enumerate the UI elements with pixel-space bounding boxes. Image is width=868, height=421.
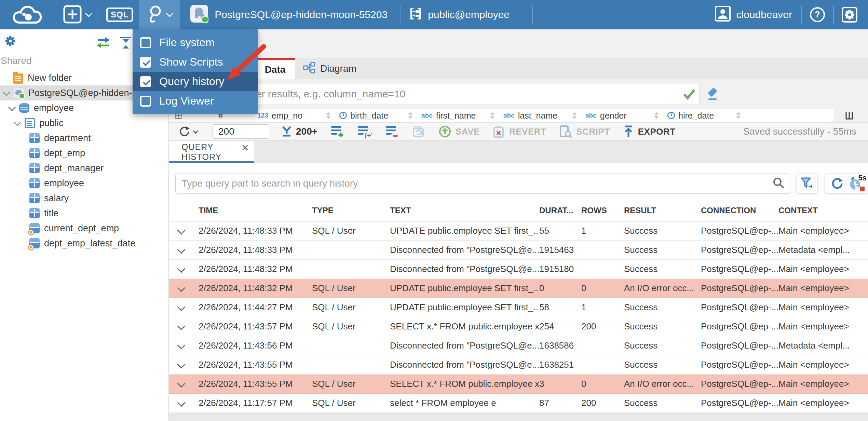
grid-column-header[interactable]: first_name (417, 109, 499, 122)
expand-chevron-icon[interactable] (177, 323, 186, 331)
tree-item[interactable]: title (0, 206, 168, 221)
tools-menu-item[interactable]: File system (133, 33, 258, 52)
sort-icon[interactable] (736, 112, 741, 119)
expand-chevron-icon[interactable] (177, 265, 186, 273)
navigator-settings-icon[interactable] (3, 34, 17, 49)
expand-chevron-icon[interactable] (177, 361, 186, 369)
checkbox[interactable] (140, 37, 151, 48)
script-label: SCRIPT (576, 126, 610, 137)
query-history-row[interactable]: 2/26/2024, 11:48:32 PM SQL / User UPDATE… (169, 279, 868, 298)
query-history-row[interactable]: 2/26/2024, 11:48:33 PM Disconnected from… (169, 241, 868, 260)
column-label: hire_date (678, 111, 714, 121)
sql-editor-button[interactable]: SQL (106, 8, 133, 22)
expand-chevron-icon[interactable] (177, 246, 186, 254)
refresh-button[interactable] (178, 125, 198, 138)
expand-chevron-icon[interactable] (13, 119, 22, 127)
sort-icon[interactable] (572, 112, 577, 119)
tab-query-history[interactable]: QUERY HISTORY (169, 141, 254, 163)
qh-column-header[interactable]: DURAT... (539, 206, 581, 215)
grid-column-header[interactable]: emp_no (253, 109, 335, 122)
qh-column-header[interactable]: CONTEXT (778, 206, 868, 215)
query-history-row[interactable]: 2/26/2024, 11:17:57 PM SQL / User select… (169, 394, 868, 413)
connection-selector[interactable]: PostgreSQL@ep-hidden-moon-55203 (190, 4, 388, 25)
tab-data[interactable]: Data (255, 58, 295, 79)
qh-column-header[interactable]: TEXT (390, 206, 539, 215)
cloudbeaver-logo-icon[interactable] (9, 4, 47, 25)
qh-column-header[interactable]: CONNECTION (701, 206, 778, 215)
checkbox[interactable] (140, 96, 151, 107)
fetch-more-button[interactable]: 200+ (281, 125, 317, 138)
revert-button[interactable]: REVERT (493, 125, 546, 138)
query-history-row[interactable]: 2/26/2024, 11:44:27 PM SQL / User UPDATE… (169, 298, 868, 317)
help-button[interactable]: ? (809, 6, 826, 23)
tree-item[interactable]: dept_emp_latest_date (0, 236, 168, 251)
query-history-row[interactable]: 2/26/2024, 11:48:33 PM SQL / User UPDATE… (169, 221, 868, 241)
qh-column-header[interactable]: TYPE (312, 206, 390, 215)
new-connection-button[interactable] (63, 5, 91, 25)
svg-text:?: ? (815, 10, 820, 19)
qh-column-header[interactable]: ROWS (581, 206, 624, 215)
apply-filter-button[interactable] (679, 84, 699, 104)
sort-icon[interactable] (654, 112, 659, 119)
grid-columns-config-icon[interactable] (845, 111, 854, 122)
sync-connection-icon[interactable] (96, 36, 111, 49)
tools-menu-item[interactable]: Log Viewer (133, 91, 258, 111)
query-history-panel: 5s TIMETYPETEXTDURAT...ROWSRESULTCONNECT… (169, 163, 868, 421)
query-history-row[interactable]: 2/26/2024, 11:43:56 PM Disconnected from… (169, 336, 868, 355)
query-history-row[interactable]: 2/26/2024, 11:43:55 PM Disconnected from… (169, 355, 868, 375)
schema-selector[interactable]: public@employee (409, 7, 510, 23)
column-label: gender (600, 111, 627, 121)
expand-chevron-icon[interactable] (177, 399, 186, 407)
refresh-history-icon[interactable] (830, 177, 844, 190)
tree-item[interactable]: employee (0, 176, 168, 191)
add-row-button[interactable] (330, 125, 344, 138)
tree-item[interactable]: public (0, 116, 168, 131)
query-history-row[interactable]: 2/26/2024, 11:43:57 PM SQL / User SELECT… (169, 317, 868, 336)
tree-item[interactable]: dept_emp (0, 146, 168, 161)
tools-menu-item[interactable]: Show Scripts (133, 52, 258, 72)
checkbox[interactable] (140, 76, 151, 87)
tools-menu-item[interactable]: Query history (133, 72, 258, 91)
close-icon[interactable] (241, 144, 249, 152)
tree-item[interactable]: department (0, 131, 168, 146)
auto-refresh-timer-icon[interactable]: 5s (849, 176, 863, 191)
duplicate-row-button[interactable]: (+) (357, 125, 372, 138)
expand-chevron-icon[interactable] (177, 227, 186, 235)
sort-icon[interactable] (490, 112, 495, 119)
user-menu[interactable]: cloudbeaver (715, 5, 800, 24)
refresh-table-button[interactable] (412, 125, 425, 138)
expand-chevron-icon[interactable] (177, 303, 186, 312)
filter-history-button[interactable] (796, 174, 817, 193)
cell-text: UPDATE public.employee SET first_... (390, 302, 539, 313)
expand-chevron-icon[interactable] (8, 104, 16, 112)
clear-filter-icon[interactable] (706, 87, 720, 101)
query-history-row[interactable]: 2/26/2024, 11:43:55 PM SQL / User SELECT… (169, 375, 868, 394)
export-button[interactable]: EXPORT (623, 125, 676, 138)
expand-chevron-icon[interactable] (177, 342, 186, 350)
qh-column-header[interactable]: RESULT (624, 206, 701, 215)
grid-column-header[interactable]: last_name (499, 109, 581, 122)
qh-column-header[interactable]: TIME (199, 206, 312, 215)
grid-column-header[interactable]: hire_date (663, 109, 745, 122)
grid-column-header[interactable]: gender (581, 109, 663, 122)
expand-chevron-icon[interactable] (2, 89, 11, 97)
expand-chevron-icon[interactable] (177, 380, 186, 388)
query-history-search-input[interactable] (181, 178, 773, 189)
tree-item[interactable]: salary (0, 191, 168, 206)
row-limit-input[interactable] (213, 124, 269, 139)
expand-chevron-icon[interactable] (177, 284, 186, 293)
grid-column-header[interactable]: birth_date (335, 109, 417, 122)
query-history-row[interactable]: 2/26/2024, 11:48:32 PM Disconnected from… (169, 260, 868, 279)
tools-menu-button[interactable] (139, 0, 180, 29)
sort-icon[interactable] (408, 112, 413, 119)
checkbox[interactable] (140, 57, 151, 68)
script-button[interactable]: SCRIPT (559, 125, 610, 138)
save-button[interactable]: SAVE (438, 125, 480, 138)
collapse-all-icon[interactable] (119, 36, 133, 49)
tree-item[interactable]: dept_manager (0, 161, 168, 176)
delete-row-button[interactable] (385, 125, 399, 138)
tree-item[interactable]: current_dept_emp (0, 221, 168, 236)
settings-button[interactable] (841, 6, 858, 23)
sort-icon[interactable] (326, 112, 331, 119)
tab-diagram[interactable]: Diagram (303, 58, 356, 79)
